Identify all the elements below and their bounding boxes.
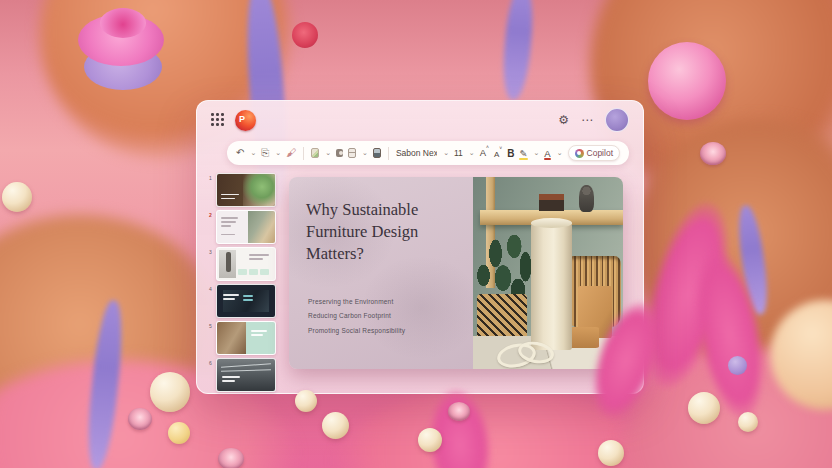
thumb3-mint-chip	[260, 269, 269, 275]
thumbnail-row: 4	[205, 284, 281, 318]
decrease-font-button[interactable]: A˅	[494, 148, 502, 159]
thumb2-text-bar	[221, 221, 236, 223]
bg-lavender-spike-top-mid	[500, 0, 536, 101]
photo-shelf-box	[539, 194, 565, 210]
thumbnail-row: 1	[205, 173, 281, 207]
thumb5-text-bar	[251, 330, 267, 332]
slide-text-panel: Why Sustainable Furniture Design Matters…	[289, 177, 473, 369]
slide-thumbnail-5[interactable]	[216, 321, 276, 355]
swirl-rose-top	[100, 8, 146, 38]
caret-up-icon: ˄	[486, 144, 489, 150]
slide-thumbnail-2-selected[interactable]	[216, 210, 276, 244]
copilot-label: Copilot	[587, 148, 613, 158]
slide-canvas[interactable]: Why Sustainable Furniture Design Matters…	[289, 177, 623, 369]
bg-swirl-rose	[78, 6, 170, 98]
thumb2-photo	[248, 211, 275, 243]
increase-font-button[interactable]: A˄	[480, 147, 489, 158]
slide-thumbnail-4[interactable]	[216, 284, 276, 318]
slide-bullet-list[interactable]: Preserving the Environment Reducing Carb…	[308, 295, 405, 338]
photo-fabric-roll-top	[531, 218, 572, 228]
slide-number: 4	[205, 284, 216, 292]
thumb6-ceiling-beam	[221, 369, 271, 372]
picture-icon[interactable]	[373, 148, 381, 158]
font-name-select[interactable]: Sabon Next LT (H	[396, 148, 437, 158]
paste-icon[interactable]: ⎘	[261, 148, 269, 158]
slide-thumbnail-6[interactable]	[216, 358, 276, 392]
thumb3-mint-chip	[249, 269, 258, 275]
thumb4-text-bar	[223, 294, 239, 296]
window-top-bar: P ⚙ ⋯	[197, 101, 643, 139]
bg-pearl-7	[738, 412, 758, 432]
thumb5-photo	[217, 322, 246, 354]
bg-shell-1	[128, 408, 152, 430]
bg-shell-4	[700, 142, 726, 165]
thumb2-text-bar	[221, 225, 231, 227]
thumb3-text-bar	[249, 258, 263, 260]
font-size-select[interactable]: 11	[454, 148, 463, 158]
bg-shell-2	[218, 448, 244, 468]
settings-gear-icon[interactable]: ⚙	[558, 114, 569, 126]
camera-icon[interactable]	[336, 149, 342, 157]
thumb5-mint-panel	[246, 322, 275, 354]
new-slide-chevron-icon[interactable]: ⌄	[325, 149, 331, 157]
layout-icon[interactable]	[348, 148, 356, 158]
format-painter-icon[interactable]: 🖌	[286, 148, 296, 158]
slide-number-selected: 2	[205, 210, 216, 218]
bg-red-swirl-bud	[292, 22, 318, 48]
thumb2-text-bar	[221, 217, 238, 219]
scene: P ⚙ ⋯ ↶⌄ ⎘⌄ 🖌 ⌄ ⌄ Sabon Next LT (H⌄ 11⌄ …	[0, 0, 832, 468]
toolbar-divider	[303, 147, 304, 160]
bg-pearl-6	[688, 392, 720, 424]
thumb6-text-bar	[222, 380, 235, 382]
bg-pearl-purple	[728, 356, 747, 375]
powerpoint-window: P ⚙ ⋯ ↶⌄ ⎘⌄ 🖌 ⌄ ⌄ Sabon Next LT (H⌄ 11⌄ …	[196, 100, 644, 394]
undo-icon[interactable]: ↶	[236, 148, 244, 158]
slide-thumbnail-3[interactable]	[216, 247, 276, 281]
more-options-icon[interactable]: ⋯	[581, 114, 593, 126]
copilot-button[interactable]: Copilot	[568, 145, 620, 161]
bg-pearl-yellow	[168, 422, 190, 444]
slide-photo	[473, 177, 623, 369]
thumb3-mint-chip	[238, 269, 247, 275]
slide-bullet: Reducing Carbon Footprint	[308, 309, 405, 323]
thumbnail-row: 5	[205, 321, 281, 355]
bg-pearl-left-edge	[2, 182, 32, 212]
bg-pearl-3	[322, 412, 349, 439]
highlight-chevron-icon[interactable]: ⌄	[533, 149, 539, 157]
bold-button[interactable]: B	[507, 148, 514, 159]
font-size-chevron-icon[interactable]: ⌄	[469, 149, 475, 157]
bg-pearl-2	[295, 390, 317, 412]
thumb1-text-bar	[221, 198, 235, 200]
slide-thumbnail-panel: 1 2 3	[205, 173, 281, 385]
thumb1-text-bar	[221, 194, 239, 196]
bg-pearl-1	[150, 372, 190, 412]
app-launcher-icon[interactable]	[211, 113, 225, 127]
layout-chevron-icon[interactable]: ⌄	[362, 149, 368, 157]
powerpoint-logo-icon[interactable]: P	[235, 110, 256, 131]
thumbnail-row: 6	[205, 358, 281, 392]
thumbnail-row: 2	[205, 210, 281, 244]
toolbar-divider	[388, 147, 389, 160]
paste-chevron-icon[interactable]: ⌄	[275, 149, 281, 157]
new-slide-icon[interactable]	[311, 148, 319, 158]
ribbon-toolbar: ↶⌄ ⎘⌄ 🖌 ⌄ ⌄ Sabon Next LT (H⌄ 11⌄ A˄ A˅ …	[227, 141, 629, 165]
caret-down-icon: ˅	[499, 145, 502, 151]
font-color-chevron-icon[interactable]: ⌄	[557, 149, 563, 157]
bg-pink-sphere-top-right	[648, 42, 726, 120]
user-avatar[interactable]	[605, 108, 629, 132]
font-name-chevron-icon[interactable]: ⌄	[443, 149, 449, 157]
thumb3-text-bar	[249, 254, 269, 256]
photo-fabric-roll	[531, 221, 572, 350]
undo-chevron-icon[interactable]: ⌄	[250, 149, 256, 157]
copilot-icon	[575, 149, 584, 158]
slide-title[interactable]: Why Sustainable Furniture Design Matters…	[306, 199, 456, 264]
font-color-button[interactable]: A	[544, 148, 550, 159]
photo-buddha-statue	[579, 185, 594, 212]
slide-thumbnail-1[interactable]	[216, 173, 276, 207]
slide-bullet: Promoting Social Responsibility	[308, 324, 405, 338]
bg-pearl-4	[418, 428, 442, 452]
slide-number: 3	[205, 247, 216, 255]
thumb3-bottle	[226, 252, 231, 272]
thumb6-text-bar	[222, 376, 240, 378]
highlight-color-button[interactable]: ✎	[519, 148, 527, 159]
